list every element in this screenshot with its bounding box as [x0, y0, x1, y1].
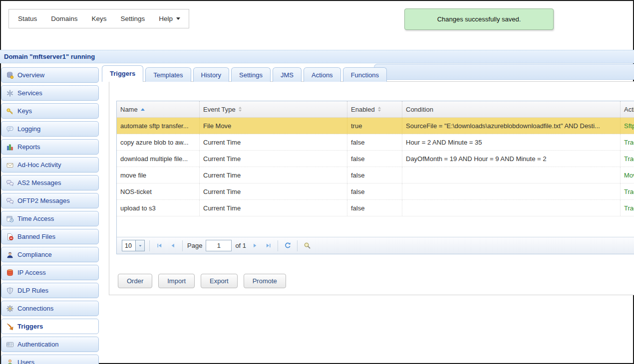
sidebar-item-ad-hoc-activity[interactable]: Ad-Hoc Activity — [1, 157, 99, 173]
sidebar-item-time-access[interactable]: Time Access — [1, 211, 99, 226]
cell-enabled: true — [347, 118, 402, 134]
top-menubar: Status Domains Keys Settings Help — [8, 9, 189, 28]
tab-functions[interactable]: Functions — [343, 67, 387, 82]
cell-condition: Hour = 2 AND Minute = 35 — [402, 134, 621, 150]
footer-button-label: Promote — [253, 277, 277, 285]
sidebar-item-authentication[interactable]: Authentication — [1, 337, 99, 352]
cell-actions: Trac — [621, 151, 634, 167]
table-row[interactable]: move file Current Time false Mov — [117, 167, 634, 183]
tab-label: JMS — [281, 71, 294, 79]
sort-ascending-icon — [141, 108, 145, 111]
menu-item-label: Status — [18, 15, 37, 22]
messages-icon — [6, 179, 14, 187]
table-row[interactable]: automate sftp transfer... File Move true… — [117, 118, 634, 134]
footer-button-label: Export — [210, 277, 229, 285]
column-header-event-type[interactable]: Event Type — [200, 101, 347, 117]
sidebar-item-keys[interactable]: Keys — [1, 103, 99, 119]
sidebar-item-dlp-rules[interactable]: DLP Rules — [1, 283, 99, 298]
calendar-clock-icon — [6, 215, 14, 223]
sidebar-item-services[interactable]: Services — [1, 85, 99, 101]
page-number-input[interactable] — [206, 240, 232, 251]
sidebar-item-oftp2-messages[interactable]: OFTP2 Messages — [1, 193, 99, 208]
sidebar-item-reports[interactable]: Reports — [1, 139, 99, 155]
officer-icon — [6, 251, 14, 259]
sidebar-item-ip-access[interactable]: IP Access — [1, 265, 99, 280]
last-page-button[interactable] — [263, 241, 273, 251]
sort-icon — [378, 107, 381, 112]
sidebar-item-connections[interactable]: Connections — [1, 301, 99, 316]
table-row[interactable]: copy azure blob to aw... Current Time fa… — [117, 134, 634, 151]
cell-event-type: Current Time — [200, 183, 347, 199]
footer-button-import[interactable]: Import — [158, 274, 195, 288]
search-button[interactable] — [302, 241, 312, 251]
success-alert-text: Changes successfully saved. — [437, 15, 521, 23]
cell-name: move file — [117, 167, 200, 183]
sidebar-item-logging[interactable]: Logging — [1, 121, 99, 137]
column-header-actions[interactable]: Actions — [621, 101, 634, 117]
gear-icon — [6, 305, 14, 313]
services-icon — [6, 89, 14, 97]
tab-settings[interactable]: Settings — [231, 67, 271, 82]
page-size-value: 10 — [122, 240, 135, 251]
menu-item-domains[interactable]: Domains — [44, 15, 84, 22]
sidebar-item-as2-messages[interactable]: AS2 Messages — [1, 175, 99, 190]
divider — [182, 240, 183, 251]
footer-button-export[interactable]: Export — [201, 274, 238, 288]
menu-item-help[interactable]: Help — [152, 15, 187, 22]
menu-item-settings[interactable]: Settings — [114, 15, 152, 22]
menu-item-status[interactable]: Status — [11, 15, 44, 22]
tab-label: Actions — [312, 71, 333, 79]
cell-actions: Mov — [621, 167, 634, 183]
pagination-toolbar: 10 Page of 1 — [117, 237, 634, 254]
tab-actions[interactable]: Actions — [304, 67, 341, 82]
column-header-condition[interactable]: Condition — [402, 101, 621, 117]
sidebar-item-triggers[interactable]: Triggers — [1, 319, 99, 334]
sidebar-item-overview[interactable]: Overview — [1, 67, 99, 83]
menu-item-keys[interactable]: Keys — [85, 15, 114, 22]
tab-triggers[interactable]: Triggers — [102, 65, 143, 82]
column-header-name[interactable]: Name — [117, 101, 200, 117]
tab-label: Triggers — [110, 70, 135, 77]
cell-condition: SourceFile = "E:\downloads\azureblobdown… — [402, 118, 621, 134]
refresh-button[interactable] — [283, 241, 293, 251]
cell-enabled: false — [347, 151, 402, 167]
table-row[interactable]: download multiple file... Current Time f… — [117, 151, 634, 167]
sort-icon — [239, 107, 242, 112]
footer-button-label: Import — [167, 277, 186, 285]
previous-page-icon — [170, 242, 176, 249]
messages-icon — [6, 197, 14, 205]
tab-history[interactable]: History — [193, 67, 229, 82]
tab-jms[interactable]: JMS — [273, 67, 302, 82]
sidebar-item-compliance[interactable]: Compliance — [1, 247, 99, 262]
shield-icon — [6, 287, 14, 295]
sidebar-item-banned-files[interactable]: Banned Files — [1, 229, 99, 244]
app-window: Status Domains Keys Settings Help — [0, 0, 634, 364]
domain-status-bar: Domain "mftserver1" running — [0, 50, 634, 63]
tab-templates[interactable]: Templates — [145, 67, 191, 82]
menu-item-label: Domains — [51, 15, 77, 22]
sidebar-item-label: Services — [17, 89, 42, 97]
footer-button-label: Order — [127, 277, 143, 285]
cell-actions: Trac — [621, 200, 634, 216]
next-page-button[interactable] — [250, 241, 260, 251]
cell-name: download multiple file... — [117, 151, 200, 167]
sidebar-item-label: DLP Rules — [17, 287, 48, 294]
footer-button-order[interactable]: Order — [118, 274, 152, 288]
cell-name: copy azure blob to aw... — [117, 134, 200, 150]
column-header-label: Enabled — [351, 106, 375, 113]
sidebar-item-label: OFTP2 Messages — [17, 197, 70, 204]
table-row[interactable]: upload to s3 Current Time false Trac — [117, 200, 634, 216]
first-page-button[interactable] — [154, 241, 164, 251]
column-header-enabled[interactable]: Enabled — [347, 101, 402, 117]
search-icon — [304, 242, 311, 249]
previous-page-button[interactable] — [168, 241, 178, 251]
sidebar-item-users[interactable]: Users — [1, 355, 99, 364]
chevron-down-icon — [135, 240, 144, 251]
footer-button-promote[interactable]: Promote — [244, 274, 286, 288]
red-database-icon — [6, 269, 14, 277]
table-row[interactable]: NOS-ticket Current Time false Trac — [117, 183, 634, 200]
divider — [278, 240, 278, 251]
page-size-select[interactable]: 10 — [122, 240, 145, 251]
cell-event-type: Current Time — [200, 151, 347, 167]
column-header-label: Event Type — [203, 106, 236, 113]
